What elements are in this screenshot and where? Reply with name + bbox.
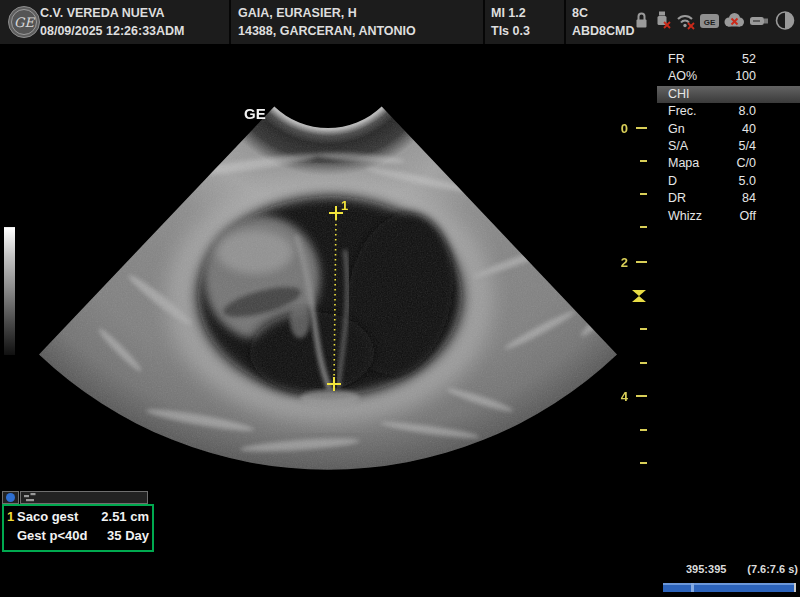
param-row-dr: DR 84 (660, 190, 798, 207)
caliper-label: 1 (341, 198, 348, 213)
cine-position-marker[interactable] (691, 583, 694, 592)
param-label: Mapa (668, 155, 699, 172)
measurement-value: 35 Day (107, 526, 149, 545)
cine-end-tick (794, 583, 796, 592)
caliper-mode-icon (24, 493, 36, 502)
preset-name: ABD8CMD (572, 22, 635, 40)
patient-id: 14388, GARCERAN, ANTONIO (238, 22, 416, 40)
param-label: AO% (668, 68, 697, 85)
param-label: Frec. (668, 103, 696, 120)
ultrasound-screen: GE 0 2 4 (0, 0, 800, 597)
depth-label-4: 4 (621, 389, 629, 404)
facility-name: C.V. VEREDA NUEVA (40, 4, 165, 22)
trackball-indicator (2, 491, 19, 504)
mi-value: MI 1.2 (491, 4, 526, 22)
param-label: FR (668, 51, 685, 68)
param-row-chi: CHI (657, 86, 800, 103)
param-value: 5.0 (739, 173, 798, 190)
cloud-error-icon (722, 9, 746, 31)
measurement-name: Saco gest (17, 507, 78, 526)
param-label: Gn (668, 121, 685, 138)
cine-info: 395:395 (7.6:7.6 s) (660, 563, 798, 576)
param-label: Whizz (668, 208, 702, 225)
depth-label-0: 0 (621, 121, 628, 136)
cine-frame-count: 395:395 (660, 563, 726, 576)
cursor-mode-cell (20, 491, 148, 504)
param-value: Off (740, 208, 798, 225)
param-row-ao: AO% 100 (660, 68, 798, 85)
display-contrast-icon (774, 9, 797, 31)
cine-time-range: (7.6:7.6 s) (747, 563, 798, 576)
focus-marker[interactable] (632, 290, 646, 302)
ge-watermark: GE (244, 105, 266, 122)
param-label: DR (668, 190, 686, 207)
cine-progress-bar[interactable] (663, 583, 796, 592)
measurement-row-1: 1 Saco gest 2.51 cm (7, 507, 149, 526)
lock-icon (633, 9, 650, 31)
depth-label-2: 2 (621, 255, 628, 270)
depth-scale (636, 128, 647, 463)
probe-name: 8C (572, 4, 588, 22)
measurement-name: Gest p<40d (17, 526, 87, 545)
svg-text:GE: GE (704, 18, 716, 27)
svg-text:GE: GE (14, 15, 35, 30)
usb-disconnected-icon (652, 9, 673, 31)
divider (564, 0, 566, 44)
measurement-value: 2.51 cm (101, 507, 149, 526)
param-value: 8.0 (739, 103, 798, 120)
param-row-mapa: Mapa C/0 (660, 155, 798, 172)
param-row-d: D 5.0 (660, 173, 798, 190)
ge-cloud-icon: GE (699, 9, 720, 31)
system-datetime: 08/09/2025 12:26:33ADM (40, 22, 185, 40)
parameter-panel: FR 52 AO% 100 CHI Frec. 8.0 Gn 40 S/A 5/… (660, 51, 798, 225)
param-row-whizz: Whizz Off (660, 208, 798, 225)
param-value: 100 (735, 68, 798, 85)
trackball-status-bar (2, 491, 148, 504)
measurement-row-2: Gest p<40d 35 Day (7, 526, 149, 545)
param-value: 40 (742, 121, 798, 138)
param-label: S/A (668, 138, 688, 155)
trackball-icon (6, 493, 15, 502)
divider (483, 0, 485, 44)
connector-icon (748, 9, 772, 31)
status-icon-row: GE (633, 9, 797, 31)
measurement-result-box: 1 Saco gest 2.51 cm Gest p<40d 35 Day (2, 504, 154, 552)
wifi-disconnected-icon (675, 9, 697, 31)
title-bar: GE C.V. VEREDA NUEVA 08/09/2025 12:26:33… (0, 0, 800, 44)
measurement-index: 1 (7, 507, 17, 526)
param-value: C/0 (737, 155, 798, 172)
param-row-gn: Gn 40 (660, 121, 798, 138)
param-row-fr: FR 52 (660, 51, 798, 68)
grayscale-bar (4, 227, 15, 355)
divider (229, 0, 231, 44)
param-label: D (668, 173, 677, 190)
param-label: CHI (668, 86, 690, 103)
fan-sector (30, 90, 630, 510)
param-value (767, 86, 800, 103)
param-value: 5/4 (739, 138, 798, 155)
param-row-sa: S/A 5/4 (660, 138, 798, 155)
param-value: 84 (742, 190, 798, 207)
tis-value: TIs 0.3 (491, 22, 530, 40)
ge-logo: GE (7, 5, 41, 43)
param-value: 52 (742, 51, 798, 68)
param-row-frec: Frec. 8.0 (660, 103, 798, 120)
patient-name: GAIA, EURASIER, H (238, 4, 357, 22)
